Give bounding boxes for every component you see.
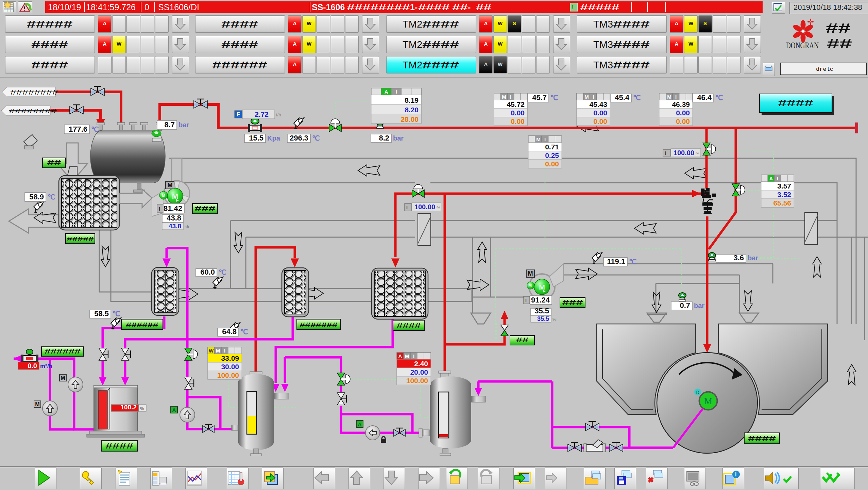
svg-text:####: #### <box>105 442 133 450</box>
svg-text:###: ### <box>195 204 216 213</box>
svg-text:####: #### <box>31 39 68 50</box>
svg-text:%: % <box>696 151 699 156</box>
svg-text:-: - <box>468 2 471 12</box>
svg-text:I: I <box>413 353 414 359</box>
svg-text:0: 0 <box>144 2 149 12</box>
svg-text:℃: ℃ <box>715 94 723 101</box>
svg-text:M: M <box>528 283 532 288</box>
svg-text:46.4: 46.4 <box>697 93 712 102</box>
svg-text:###: ### <box>562 298 583 307</box>
svg-text:#####: ##### <box>67 236 94 242</box>
svg-text:M: M <box>168 182 173 189</box>
svg-text:######: ###### <box>126 322 159 328</box>
svg-text:######: ###### <box>212 60 267 70</box>
svg-text:########: ######## <box>10 89 58 96</box>
svg-text:33.09: 33.09 <box>221 354 239 362</box>
svg-text:%: % <box>437 206 440 210</box>
svg-text:######: ###### <box>45 348 81 355</box>
svg-text:TM2: TM2 <box>403 19 422 30</box>
svg-text:####: #### <box>613 19 650 30</box>
svg-text:0.00: 0.00 <box>676 117 690 125</box>
svg-text:58.5: 58.5 <box>94 309 109 318</box>
svg-text:i: i <box>735 472 736 477</box>
svg-text:3.57: 3.57 <box>777 182 791 190</box>
svg-text:drelc: drelc <box>816 66 833 72</box>
svg-text:100.2: 100.2 <box>120 404 137 411</box>
svg-text:0.00: 0.00 <box>676 109 690 117</box>
svg-text:####: #### <box>418 2 450 12</box>
svg-text:0.00: 0.00 <box>593 117 607 125</box>
svg-text:0.0: 0.0 <box>28 362 37 370</box>
svg-text:%: % <box>140 406 144 411</box>
svg-text:℃: ℃ <box>91 126 99 133</box>
svg-text:####: #### <box>613 60 650 70</box>
svg-text:58.9: 58.9 <box>29 193 44 201</box>
svg-text:M: M <box>502 94 506 100</box>
svg-text:#####: ##### <box>580 2 619 12</box>
svg-text:##: ## <box>827 36 852 51</box>
svg-text:0.25: 0.25 <box>545 151 559 159</box>
svg-text:℃: ℃ <box>312 134 320 142</box>
svg-text:SS-1606: SS-1606 <box>312 2 345 12</box>
svg-text:I: I <box>395 89 397 95</box>
svg-text:bar: bar <box>393 134 404 142</box>
svg-text:℃: ℃ <box>48 193 55 201</box>
svg-text:#######: ####### <box>300 322 338 328</box>
svg-text:I: I <box>406 205 408 210</box>
svg-text:0.00: 0.00 <box>511 117 525 125</box>
svg-text:TM2: TM2 <box>403 60 422 70</box>
svg-text:100.00: 100.00 <box>217 371 239 379</box>
svg-text:8.19: 8.19 <box>405 96 419 104</box>
svg-text:##: ## <box>516 336 529 344</box>
svg-text:I: I <box>224 348 225 354</box>
svg-text:1-: 1- <box>410 2 418 12</box>
svg-text:####: #### <box>748 434 776 443</box>
svg-text:##: ## <box>476 2 492 12</box>
svg-text:!: ! <box>23 5 25 12</box>
svg-text:I: I <box>510 94 511 100</box>
svg-text:℃: ℃ <box>629 258 636 265</box>
svg-text:t/h: t/h <box>276 112 281 117</box>
svg-text:M: M <box>216 348 220 354</box>
svg-text:####: #### <box>221 19 258 30</box>
svg-text:A: A <box>398 353 402 359</box>
svg-text:M: M <box>704 396 712 406</box>
svg-text:43.8: 43.8 <box>167 214 181 222</box>
svg-text:15.5: 15.5 <box>249 134 263 142</box>
svg-text:177.6: 177.6 <box>69 125 87 133</box>
svg-text:35.5: 35.5 <box>534 307 549 315</box>
svg-text:I: I <box>159 206 160 212</box>
svg-text:#####: ##### <box>27 19 73 30</box>
svg-text:M: M <box>536 136 541 142</box>
svg-text:35.5: 35.5 <box>537 315 549 322</box>
svg-text:65.56: 65.56 <box>773 199 791 207</box>
svg-text:Kpa: Kpa <box>267 134 280 142</box>
svg-text:!: ! <box>572 4 574 10</box>
svg-text:####: #### <box>422 19 459 30</box>
svg-text:28.00: 28.00 <box>401 115 419 123</box>
svg-text:43.8: 43.8 <box>169 223 181 230</box>
svg-text:R: R <box>696 390 699 395</box>
svg-text:##: ## <box>825 21 851 36</box>
svg-text:18/10/19: 18/10/19 <box>48 2 81 12</box>
svg-text:A: A <box>385 89 388 95</box>
svg-text:m³/h: m³/h <box>40 363 52 370</box>
svg-text:I: I <box>777 176 778 181</box>
svg-text:M: M <box>667 94 671 100</box>
svg-text:℃: ℃ <box>219 268 226 276</box>
svg-text:46.39: 46.39 <box>672 100 690 108</box>
svg-text:2.40: 2.40 <box>414 360 428 368</box>
svg-text:TM3: TM3 <box>593 39 613 50</box>
svg-text:I: I <box>665 150 666 156</box>
svg-text:M: M <box>584 94 589 100</box>
svg-text:M: M <box>172 192 178 200</box>
svg-text:℃: ℃ <box>113 310 120 317</box>
svg-text:####: #### <box>422 39 459 50</box>
svg-text:####: #### <box>397 322 421 329</box>
svg-text:30.00: 30.00 <box>221 363 239 371</box>
svg-text:########: ######## <box>9 108 57 115</box>
svg-text:119.1: 119.1 <box>607 257 625 266</box>
svg-text:91.24: 91.24 <box>531 296 550 304</box>
svg-text:TM3: TM3 <box>593 19 613 30</box>
svg-text:0.71: 0.71 <box>545 143 559 151</box>
